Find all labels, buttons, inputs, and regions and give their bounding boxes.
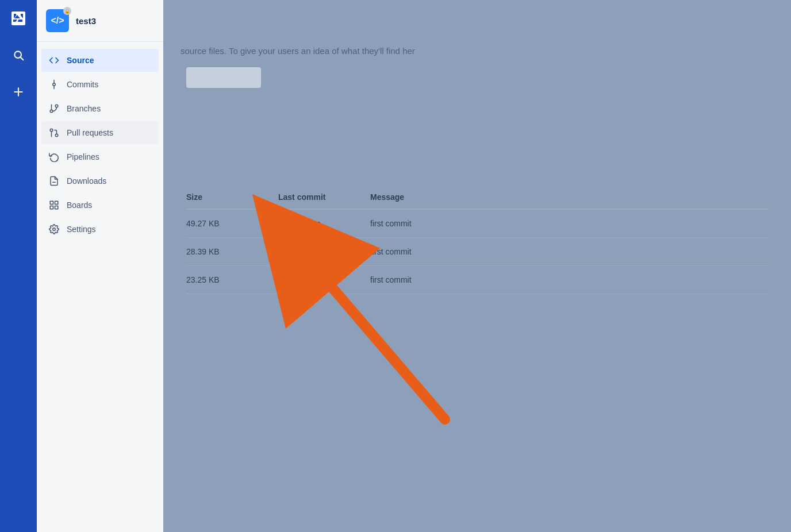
sidebar-item-pipelines[interactable]: Pipelines [41,145,159,168]
settings-icon [48,223,60,235]
sidebar-label-commits: Commits [67,80,98,89]
nav-bar [0,0,37,532]
sidebar-label-settings: Settings [67,225,96,234]
file-table: Size Last commit Message 49.27 KB 3 hour… [163,88,791,294]
repo-header[interactable]: </> 🔒 test3 [37,0,163,42]
cell-size-1: 28.39 KB [186,247,255,256]
cell-last-commit-2: 3 hours ago [278,275,347,284]
table-row: 49.27 KB 3 hours ago first commit [186,210,768,238]
pipelines-icon [48,151,60,163]
downloads-icon [48,175,60,187]
button-placeholder [186,67,261,88]
sidebar-label-branches: Branches [67,104,101,113]
table-row: 23.25 KB 3 hours ago first commit [186,266,768,294]
cell-last-commit-1: 3 hours ago [278,247,347,256]
sidebar-item-pull-requests[interactable]: Pull requests [41,121,159,144]
cell-last-commit-0: 3 hours ago [278,219,347,228]
col-size: Size [186,192,255,202]
sidebar-item-source[interactable]: Source [41,49,159,72]
svg-rect-15 [55,201,58,204]
sidebar-label-source: Source [67,56,94,65]
table-row: 28.39 KB 3 hours ago first commit [186,238,768,266]
svg-line-1 [21,57,24,60]
svg-rect-14 [50,201,53,204]
repo-name: test3 [76,16,96,26]
commits-icon [48,79,60,90]
cell-message-1: first commit [370,247,439,256]
col-message: Message [370,192,439,202]
pull-requests-icon [48,127,60,138]
cell-message-2: first commit [370,275,439,284]
main-content: source files. To give your users an idea… [163,0,791,532]
branches-icon [48,103,60,114]
description-text: source files. To give your users an idea… [163,0,791,56]
sidebar: </> 🔒 test3 Source [37,0,163,532]
sidebar-label-downloads: Downloads [67,176,106,186]
sidebar-label-boards: Boards [67,201,92,210]
source-icon [48,55,60,66]
sidebar-label-pull-requests: Pull requests [67,128,113,137]
svg-point-18 [53,228,56,231]
col-last-commit: Last commit [278,192,347,202]
sidebar-item-settings[interactable]: Settings [41,218,159,241]
add-button[interactable] [7,80,30,103]
cell-message-0: first commit [370,219,439,228]
svg-rect-16 [50,206,53,209]
sidebar-menu: Source Commits [37,42,163,248]
app-logo[interactable] [7,7,30,30]
boards-icon [48,199,60,211]
sidebar-label-pipelines: Pipelines [67,152,99,161]
repo-icon: </> 🔒 [46,9,69,32]
table-header-row: Size Last commit Message [186,186,768,210]
sidebar-item-commits[interactable]: Commits [41,73,159,96]
sidebar-item-boards[interactable]: Boards [41,194,159,217]
sidebar-item-downloads[interactable]: Downloads [41,169,159,192]
cell-size-0: 49.27 KB [186,219,255,228]
search-button[interactable] [7,44,30,67]
lock-badge: 🔒 [63,7,71,15]
sidebar-item-branches[interactable]: Branches [41,97,159,120]
cell-size-2: 23.25 KB [186,275,255,284]
svg-rect-17 [55,206,58,209]
